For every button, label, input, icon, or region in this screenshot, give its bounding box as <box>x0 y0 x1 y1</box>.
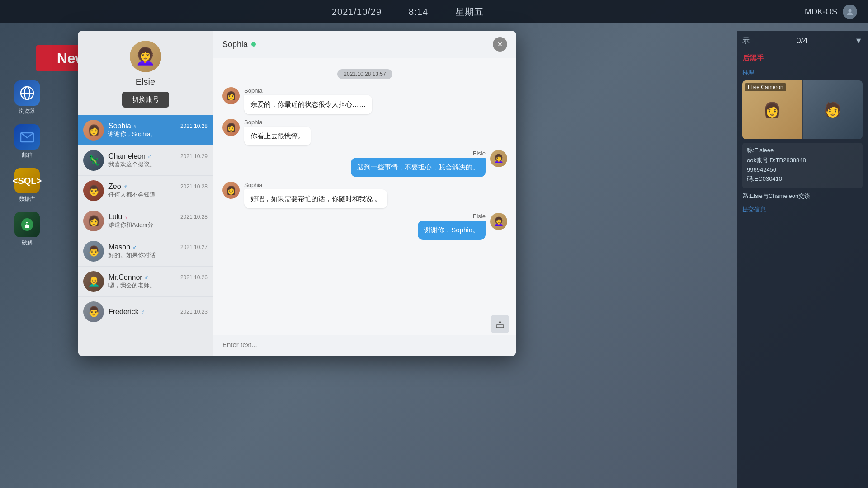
contact-info-zeo: Zeo ♂ 2021.10.28 任何人都不会知道 <box>108 183 208 199</box>
browser-label: 浏览器 <box>19 108 35 115</box>
upload-button[interactable] <box>491 315 509 333</box>
contact-item-zeo[interactable]: 👨 Zeo ♂ 2021.10.28 任何人都不会知道 <box>78 176 213 206</box>
char-name-overlay: Elsie Cameron <box>745 83 786 91</box>
contact-gender-lulu: ♀ <box>124 214 129 221</box>
right-panel-header: 示 0/4 ▼ <box>742 36 863 48</box>
contact-name-row-zeo: Zeo ♂ 2021.10.28 <box>108 183 208 191</box>
msg-content-m4: Sophia 好吧，如果需要帮忙的话，你随时和我说 。 <box>244 182 387 209</box>
contact-item-lulu[interactable]: 👩 Lulu ♀ 2021.10.28 难道你和Adam分 <box>78 206 213 236</box>
msg-avatar-m3: 👩‍🦱 <box>490 150 507 167</box>
chat-text-input[interactable] <box>222 341 507 348</box>
contact-info-sophia: Sophia ♀ 2021.10.28 谢谢你，Sophia。 <box>108 122 208 138</box>
contact-item-sophia[interactable]: 👩 Sophia ♀ 2021.10.28 谢谢你，Sophia。 <box>78 115 213 145</box>
info-nickname: 称:Elsieee <box>747 146 858 155</box>
timestamp-pill: 2021.10.28 13:57 <box>337 69 392 79</box>
contact-name-row-chameleon: Chameleon ♂ 2021.10.29 <box>108 152 208 160</box>
contact-preview-zeo: 任何人都不会知道 <box>108 191 208 199</box>
contact-preview-mrconnor: 嗯，我会的老师。 <box>108 282 208 290</box>
mail-label: 邮箱 <box>22 151 33 159</box>
contact-preview-chameleon: 我喜欢这个提议。 <box>108 160 208 169</box>
contact-item-chameleon[interactable]: 🦎 Chameleon ♂ 2021.10.29 我喜欢这个提议。 <box>78 145 213 176</box>
msg-row-m2: 👩 Sophia 你看上去很憔悴。 <box>222 119 507 146</box>
expand-btn[interactable]: ▼ <box>854 36 863 46</box>
contact-item-mason[interactable]: 👨 Mason ♂ 2021.10.27 好的。如果你对话 <box>78 236 213 267</box>
contact-item-frederick[interactable]: 👨 Frederick ♂ 2021.10.23 <box>78 297 213 327</box>
contact-name-lulu: Lulu ♀ <box>108 213 128 221</box>
svg-rect-7 <box>25 225 29 228</box>
contact-preview-sophia: 谢谢你，Sophia。 <box>108 130 208 138</box>
msg-content-m3: Elsie 遇到一些事情，不要担心，我会解决的。 <box>351 150 486 177</box>
desktop-icons: 浏览器 邮箱 <SQL> 数据库 破解 <box>9 31 45 247</box>
contact-date-mason: 2021.10.27 <box>180 244 208 250</box>
contact-name-row-mrconnor: Mr.Connor ♂ 2021.10.26 <box>108 273 208 282</box>
contact-name-mason: Mason ♂ <box>108 243 137 251</box>
msg-bubble-m1: 亲爱的，你最近的状态很令人担心…… <box>244 95 372 114</box>
switch-account-button[interactable]: 切换账号 <box>122 92 169 108</box>
contact-date-mrconnor: 2021.10.26 <box>180 274 208 281</box>
msg-row-m1: 👩 Sophia 亲爱的，你最近的状态很令人担心…… <box>222 87 507 114</box>
contact-gender-frederick: ♂ <box>141 309 145 315</box>
submit-info-btn[interactable]: 提交信息 <box>742 206 863 214</box>
topbar-system: MDK-OS <box>805 7 837 17</box>
contact-info-mrconnor: Mr.Connor ♂ 2021.10.26 嗯，我会的老师。 <box>108 273 208 290</box>
contact-item-mrconnor[interactable]: 👨‍🦲 Mr.Connor ♂ 2021.10.26 嗯，我会的老师。 <box>78 267 213 297</box>
topbar-weekday: 星期五 <box>455 6 484 18</box>
db-icon-item[interactable]: <SQL> 数据库 <box>9 168 45 203</box>
chat-header: Sophia × <box>213 31 516 58</box>
topbar-center: 2021/10/29 8:14 星期五 <box>332 6 484 18</box>
msg-sender-m5: Elsie <box>418 213 486 220</box>
msg-avatar-m2: 👩 <box>222 119 240 136</box>
msg-sender-m1: Sophia <box>244 87 372 94</box>
contact-info-chameleon: Chameleon ♂ 2021.10.29 我喜欢这个提议。 <box>108 152 208 169</box>
mail-icon-item[interactable]: 邮箱 <box>9 124 45 159</box>
timestamp-divider: 2021.10.28 13:57 <box>222 69 507 79</box>
contact-info-frederick: Frederick ♂ 2021.10.23 <box>108 308 208 316</box>
reasoning-label[interactable]: 推理 <box>742 69 863 77</box>
contact-info-mason: Mason ♂ 2021.10.27 好的。如果你对话 <box>108 243 208 259</box>
topbar-avatar[interactable] <box>843 5 857 19</box>
msg-row-m5: 👩‍🦱 Elsie 谢谢你，Sophia。 <box>222 213 507 240</box>
contact-name-mrconnor: Mr.Connor ♂ <box>108 273 149 282</box>
contact-avatar-sophia: 👩 <box>83 120 104 141</box>
info-relation: 系:Elsie与Chameleon交谈 <box>742 192 863 200</box>
chat-user-header: 👩‍🦱 Elsie 切换账号 <box>78 31 213 115</box>
contact-list: 👩 Sophia ♀ 2021.10.28 谢谢你，Sophia。 🦎 Cham… <box>78 115 213 356</box>
contact-gender-mason: ♂ <box>132 244 137 251</box>
contact-name-row-mason: Mason ♂ 2021.10.27 <box>108 243 208 251</box>
contact-info-lulu: Lulu ♀ 2021.10.28 难道你和Adam分 <box>108 213 208 229</box>
current-user-name: Elsie <box>136 77 155 87</box>
crack-icon-item[interactable]: 破解 <box>9 212 45 247</box>
contact-avatar-zeo: 👨 <box>83 180 104 201</box>
msg-content-m5: Elsie 谢谢你，Sophia。 <box>418 213 486 240</box>
msg-content-m2: Sophia 你看上去很憔悴。 <box>244 119 311 146</box>
contact-name-chameleon: Chameleon ♂ <box>108 152 152 160</box>
contact-avatar-frederick: 👨 <box>83 301 104 322</box>
msg-avatar-m4: 👩 <box>222 182 240 199</box>
chat-input-area <box>213 335 516 356</box>
msg-bubble-m3: 遇到一些事情，不要担心，我会解决的。 <box>351 158 486 177</box>
browser-icon-item[interactable]: 浏览器 <box>9 80 45 115</box>
chat-sidebar: 👩‍🦱 Elsie 切换账号 👩 Sophia ♀ 2021.10.28 谢谢你… <box>78 31 213 356</box>
msg-content-m1: Sophia 亲爱的，你最近的状态很令人担心…… <box>244 87 372 114</box>
contact-preview-mason: 好的。如果你对话 <box>108 251 208 259</box>
show-label: 示 <box>742 36 750 46</box>
close-chat-button[interactable]: × <box>493 37 507 52</box>
msg-bubble-m4: 好吧，如果需要帮忙的话，你随时和我说 。 <box>244 189 387 209</box>
svg-point-1 <box>848 9 851 13</box>
contact-gender-mrconnor: ♂ <box>144 274 149 281</box>
contact-avatar-mason: 👨 <box>83 241 104 262</box>
chat-messages[interactable]: 2021.10.28 13:57 👩 Sophia 亲爱的，你最近的状态很令人担… <box>213 58 516 313</box>
contact-avatar-chameleon: 🦎 <box>83 150 104 171</box>
topbar-right: MDK-OS <box>805 5 857 19</box>
contact-date-sophia: 2021.10.28 <box>180 123 208 129</box>
msg-sender-m2: Sophia <box>244 119 311 126</box>
topbar-time: 8:14 <box>409 7 428 17</box>
current-user-avatar: 👩‍🦱 <box>130 41 161 72</box>
topbar: 2021/10/29 8:14 星期五 MDK-OS <box>0 0 868 23</box>
crack-label: 破解 <box>22 239 33 247</box>
contact-name-row-lulu: Lulu ♀ 2021.10.28 <box>108 213 208 221</box>
info-facebook: ook账号ID:TB2838848 <box>747 156 858 164</box>
msg-bubble-m2: 你看上去很憔悴。 <box>244 127 311 146</box>
char-img-chameleon: 🧑 <box>803 80 863 139</box>
info-block: 称:Elsieee ook账号ID:TB2838848 996942456 码:… <box>742 143 863 188</box>
